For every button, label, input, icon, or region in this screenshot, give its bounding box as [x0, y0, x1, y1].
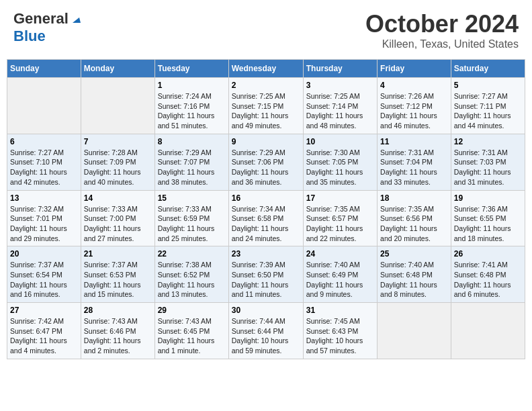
calendar-cell: [7, 78, 81, 134]
calendar-cell: 7Sunrise: 7:28 AMSunset: 7:09 PMDaylight…: [81, 134, 154, 190]
logo-text-general: General: [13, 10, 69, 28]
calendar-cell: 6Sunrise: 7:27 AMSunset: 7:10 PMDaylight…: [7, 134, 81, 190]
day-number: 26: [454, 249, 522, 259]
day-info: Sunrise: 7:37 AMSunset: 6:53 PMDaylight:…: [84, 260, 152, 300]
day-info: Sunrise: 7:27 AMSunset: 7:11 PMDaylight:…: [454, 91, 522, 131]
day-number: 11: [380, 137, 448, 146]
calendar-cell: 8Sunrise: 7:29 AMSunset: 7:07 PMDaylight…: [154, 134, 228, 190]
calendar-cell: 31Sunrise: 7:45 AMSunset: 6:43 PMDayligh…: [303, 303, 377, 359]
day-number: 25: [380, 249, 448, 259]
day-info: Sunrise: 7:31 AMSunset: 7:03 PMDaylight:…: [454, 148, 522, 187]
page-subtitle: Killeen, Texas, United States: [365, 38, 519, 50]
calendar-cell: 21Sunrise: 7:37 AMSunset: 6:53 PMDayligh…: [81, 246, 154, 303]
day-number: 5: [454, 81, 522, 90]
day-info: Sunrise: 7:43 AMSunset: 6:46 PMDaylight:…: [84, 316, 152, 356]
page-header: General Blue October 2024 Killeen, Texas…: [7, 7, 525, 54]
logo-arrow-icon: [70, 12, 82, 24]
svg-marker-0: [73, 17, 81, 23]
logo: General Blue: [13, 10, 82, 45]
calendar-cell: 12Sunrise: 7:31 AMSunset: 7:03 PMDayligh…: [451, 134, 525, 190]
day-number: 13: [10, 193, 78, 203]
day-info: Sunrise: 7:40 AMSunset: 6:49 PMDaylight:…: [306, 260, 374, 300]
day-info: Sunrise: 7:34 AMSunset: 6:58 PMDaylight:…: [232, 204, 300, 244]
calendar-cell: 2Sunrise: 7:25 AMSunset: 7:15 PMDaylight…: [228, 78, 303, 134]
day-number: 7: [84, 137, 152, 146]
col-header-sunday: Sunday: [7, 60, 81, 78]
day-info: Sunrise: 7:25 AMSunset: 7:15 PMDaylight:…: [232, 91, 300, 131]
day-info: Sunrise: 7:25 AMSunset: 7:14 PMDaylight:…: [306, 91, 374, 131]
day-number: 27: [10, 306, 78, 315]
day-number: 20: [10, 249, 78, 259]
calendar-cell: 26Sunrise: 7:41 AMSunset: 6:48 PMDayligh…: [451, 246, 525, 303]
day-number: 17: [306, 193, 374, 203]
day-number: 21: [84, 249, 152, 259]
day-number: 1: [158, 81, 226, 90]
day-number: 28: [84, 306, 152, 315]
calendar-cell: 10Sunrise: 7:30 AMSunset: 7:05 PMDayligh…: [303, 134, 377, 190]
day-number: 30: [232, 306, 300, 315]
day-number: 9: [232, 137, 300, 146]
calendar-table: SundayMondayTuesdayWednesdayThursdayFrid…: [7, 59, 525, 359]
calendar-cell: 30Sunrise: 7:44 AMSunset: 6:44 PMDayligh…: [228, 303, 303, 359]
day-number: 6: [10, 137, 78, 146]
calendar-cell: 9Sunrise: 7:29 AMSunset: 7:06 PMDaylight…: [228, 134, 303, 190]
day-info: Sunrise: 7:36 AMSunset: 6:55 PMDaylight:…: [454, 204, 522, 244]
day-info: Sunrise: 7:41 AMSunset: 6:48 PMDaylight:…: [454, 260, 522, 300]
day-info: Sunrise: 7:30 AMSunset: 7:05 PMDaylight:…: [306, 148, 374, 187]
calendar-cell: [81, 78, 154, 134]
calendar-cell: 16Sunrise: 7:34 AMSunset: 6:58 PMDayligh…: [228, 190, 303, 246]
day-info: Sunrise: 7:35 AMSunset: 6:57 PMDaylight:…: [306, 204, 374, 244]
calendar-cell: 4Sunrise: 7:26 AMSunset: 7:12 PMDaylight…: [378, 78, 451, 134]
day-info: Sunrise: 7:33 AMSunset: 6:59 PMDaylight:…: [158, 204, 226, 244]
day-info: Sunrise: 7:26 AMSunset: 7:12 PMDaylight:…: [380, 91, 448, 131]
day-info: Sunrise: 7:39 AMSunset: 6:50 PMDaylight:…: [232, 260, 300, 300]
day-info: Sunrise: 7:28 AMSunset: 7:09 PMDaylight:…: [84, 148, 152, 187]
day-info: Sunrise: 7:43 AMSunset: 6:45 PMDaylight:…: [158, 316, 226, 356]
day-number: 3: [306, 81, 374, 90]
day-info: Sunrise: 7:35 AMSunset: 6:56 PMDaylight:…: [380, 204, 448, 244]
day-info: Sunrise: 7:33 AMSunset: 7:00 PMDaylight:…: [84, 204, 152, 244]
calendar-cell: 25Sunrise: 7:40 AMSunset: 6:48 PMDayligh…: [378, 246, 451, 303]
calendar-cell: 18Sunrise: 7:35 AMSunset: 6:56 PMDayligh…: [378, 190, 451, 246]
day-number: 22: [158, 249, 226, 259]
calendar-cell: 28Sunrise: 7:43 AMSunset: 6:46 PMDayligh…: [81, 303, 154, 359]
day-info: Sunrise: 7:42 AMSunset: 6:47 PMDaylight:…: [10, 316, 78, 356]
day-number: 2: [232, 81, 300, 90]
day-number: 29: [158, 306, 226, 315]
calendar-cell: 15Sunrise: 7:33 AMSunset: 6:59 PMDayligh…: [154, 190, 228, 246]
col-header-saturday: Saturday: [451, 60, 525, 78]
day-number: 31: [306, 306, 374, 315]
calendar-cell: 29Sunrise: 7:43 AMSunset: 6:45 PMDayligh…: [154, 303, 228, 359]
col-header-wednesday: Wednesday: [228, 60, 303, 78]
calendar-cell: [451, 303, 525, 359]
day-number: 12: [454, 137, 522, 146]
calendar-cell: 5Sunrise: 7:27 AMSunset: 7:11 PMDaylight…: [451, 78, 525, 134]
day-info: Sunrise: 7:29 AMSunset: 7:06 PMDaylight:…: [232, 148, 300, 187]
calendar-cell: 3Sunrise: 7:25 AMSunset: 7:14 PMDaylight…: [303, 78, 377, 134]
day-info: Sunrise: 7:27 AMSunset: 7:10 PMDaylight:…: [10, 148, 78, 187]
calendar-cell: 27Sunrise: 7:42 AMSunset: 6:47 PMDayligh…: [7, 303, 81, 359]
day-number: 24: [306, 249, 374, 259]
col-header-thursday: Thursday: [303, 60, 377, 78]
calendar-cell: 13Sunrise: 7:32 AMSunset: 7:01 PMDayligh…: [7, 190, 81, 246]
day-info: Sunrise: 7:37 AMSunset: 6:54 PMDaylight:…: [10, 260, 78, 300]
day-info: Sunrise: 7:31 AMSunset: 7:04 PMDaylight:…: [380, 148, 448, 187]
day-number: 23: [232, 249, 300, 259]
day-info: Sunrise: 7:40 AMSunset: 6:48 PMDaylight:…: [380, 260, 448, 300]
calendar-cell: 1Sunrise: 7:24 AMSunset: 7:16 PMDaylight…: [154, 78, 228, 134]
day-info: Sunrise: 7:29 AMSunset: 7:07 PMDaylight:…: [158, 148, 226, 187]
title-block: October 2024 Killeen, Texas, United Stat…: [365, 10, 519, 50]
day-number: 4: [380, 81, 448, 90]
calendar-cell: 17Sunrise: 7:35 AMSunset: 6:57 PMDayligh…: [303, 190, 377, 246]
day-number: 14: [84, 193, 152, 203]
col-header-friday: Friday: [378, 60, 451, 78]
page-title: October 2024: [365, 10, 519, 38]
day-info: Sunrise: 7:44 AMSunset: 6:44 PMDaylight:…: [232, 316, 300, 356]
day-info: Sunrise: 7:32 AMSunset: 7:01 PMDaylight:…: [10, 204, 78, 244]
day-number: 15: [158, 193, 226, 203]
calendar-cell: 22Sunrise: 7:38 AMSunset: 6:52 PMDayligh…: [154, 246, 228, 303]
day-info: Sunrise: 7:45 AMSunset: 6:43 PMDaylight:…: [306, 316, 374, 356]
col-header-monday: Monday: [81, 60, 154, 78]
calendar-cell: 20Sunrise: 7:37 AMSunset: 6:54 PMDayligh…: [7, 246, 81, 303]
day-number: 8: [158, 137, 226, 146]
